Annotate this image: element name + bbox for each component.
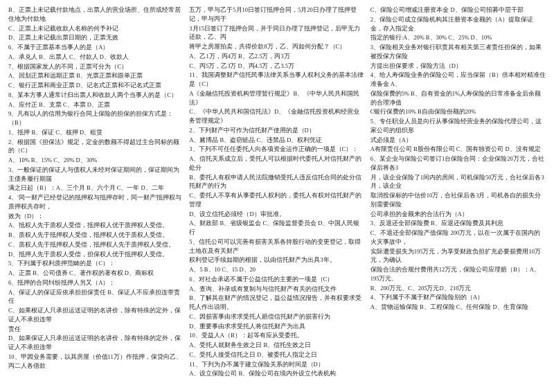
line: 3、反退还全部保险费 B、应退还保险费及其利息 <box>370 219 546 228</box>
line: D、抵押人先于质权人受偿，担保权人优于抵押权人受偿。 <box>8 250 184 259</box>
line: D、设立信托必须经（D）审批准。 <box>189 210 364 219</box>
line: A、财政部 B、省级银监会 C、保险监督委员会 D、中国人民银行 <box>189 219 364 237</box>
line: B、200万元、C、205万元D、210万元 <box>370 284 546 293</box>
line: 保险保费的5% B、自有资金的1%人寿保险的日常准备金后余额的合理净值 <box>370 89 546 107</box>
line: A、应付正 B、支票 C、本票 D、正票 <box>8 100 184 109</box>
line: 4、下列属于不属于财产保险险别的（A） <box>370 293 546 302</box>
line: 实际遭受损失为195万元，为享受财政负担扩充必要损费用10万元，为确认 <box>370 247 546 265</box>
line: A、承兑人 B、出票人 C、付款人 D、收款人 <box>8 53 184 62</box>
line: 10、受益人A（B）：起等有应从受委托。 <box>189 331 364 340</box>
line: 2、保险公司成立保险机构其注册资本金额的（A）提取保证金，存入指定金 <box>370 15 546 33</box>
col2-text: 五万，甲与乙于5月10日签订抵押合同，5月20日办理了抵押登记，甲与丙于 3月1… <box>189 6 364 379</box>
line: C银行保费的10% B自由保险份额的20% <box>370 107 546 116</box>
line: C、受托人接受信托之日 D、被委托人指定之日 <box>189 350 364 359</box>
line: A有限责任公司 B股份有限公司 C、国有独资公司 D、没有规定 <box>370 145 546 154</box>
line: A、设立保险公司 B、保险公司在境内外设立代表机构 <box>189 369 364 378</box>
line: A、赌博品 B、盗窃赃品 C、违禁品 D、权利凭证 <box>189 136 364 145</box>
column-1: B、正票上未记载付款地点，出票人的营业场所、住所或经常居住地为付款地 C、正票上… <box>8 6 184 379</box>
line: 责任 <box>8 325 184 334</box>
line: 将甲之房屋拍卖，共得价款8万，乙、丙如何分配？（C） <box>189 42 364 51</box>
page-container: B、正票上未记载付款地点，出票人的营业场所、住所或经常居住地为付款地 C、正票上… <box>8 6 546 379</box>
line: C、委托人不享有从事委托人权利的，委托人有权对信托财产的管理 <box>189 191 364 209</box>
line: 五万，甲与乙于5月10日签订抵押合同，5月20日办理了抵押登记，甲与丙于 <box>189 6 364 24</box>
line: D、如果保证人只承担运送证明的名讲价，除有特殊的定外，保证人不承担连带 <box>8 334 184 352</box>
line: 满之日起（B）：A、三个月 B、六个月 C、一年 D、二年 <box>8 184 184 193</box>
line: 10、甲因业务需要，以其房屋（价值11万）作抵押，保贷向乙、丙二人各借款 <box>8 353 184 371</box>
line: 4、'同一财产已经登记的抵押权与抵押存时，同一财产'抵押权与质押权共存时， <box>8 193 184 211</box>
line: A、货物运输保险 B、工程保险 C、任何保险 D、生育保险 <box>370 303 546 312</box>
line: 月，该企业保险了1间内的房间，司机保险50万元，合社保后各3月，该企业 <box>370 173 546 191</box>
line: 效为（D）： <box>8 212 184 221</box>
line: 6、抵押的合同纠纷抵押人另又（A）： <box>8 278 184 287</box>
line: C、如果根证人只承担运送证明的名讲价，除有特殊的定外，保证人不承担连带 <box>8 306 184 324</box>
line: 11、我国调整财产信托民事法律关系当事人权利义务的基本法律是（C） <box>189 71 364 89</box>
col3-text: C、保险公司增减注册资本金 D、保险公司招募中层干部 2、保险公司成立保险机构其… <box>370 6 546 312</box>
line: C、保险公司增减注册资本金 D、保险公司招募中层干部 <box>370 6 546 15</box>
line: B、了解其在财产的情况登记，益公益情况报告，并有权要求受托人作出说明。 <box>189 294 364 312</box>
line: C、质权人先于抵押权人受偿，抵押权人先于质押权人受偿。 <box>8 240 184 249</box>
line: C、正票上未记载收款人名称的何予补记 <box>8 24 184 33</box>
line: A、保证人的保证应依承担担保责任 B、保证人不应承担连带责任 <box>8 288 184 306</box>
line: A、信托关系成立后，受托人可以根据时代委托人对信托财产的处分 <box>189 154 364 172</box>
line: 公司承担的金额来的合法行为（A） <box>370 210 546 219</box>
line: A、抵权人先于质权人受偿，抵押权人优于质押权人受偿。 <box>8 221 184 230</box>
line: 4、给人寿保险业务的保险公司，应当保留（B）倍本相对精准住准备金 A、 <box>370 71 546 89</box>
line: C、因损害事由求求受托人赔偿信托财产的损害行为 <box>189 312 364 321</box>
line: 11、下列为办不属于建立保险关系的时间是（D） <box>189 360 364 369</box>
column-3: C、保险公司增减注册资本金 D、保险公司招募中层干部 2、保险公司成立保险机构其… <box>370 6 546 379</box>
line: A、查询、补录或有复制与与信托财产有关的信托文件 <box>189 285 364 294</box>
line: 权利登记手续如期的根据，以由信托财产为出具3年。 <box>189 256 364 265</box>
line: 方提出担保要求，保险方法（D） <box>370 62 546 71</box>
line: C、银行正票和商业正票 D、记名式正票和不记名式正票 <box>8 81 184 90</box>
line: 2、下列财产中可作为信托财产使用的是（D） <box>189 126 364 135</box>
line: C、《中华人民共和国信托法》D、《金融信托投资机构经营业务管理规定》 <box>189 107 364 125</box>
line: 8、某本方事人通常计归出票人和收款人两个当事人的是（C） <box>8 91 184 100</box>
line: 2、根据国《担保法》规定，定金的数额不得超过主合同标的额的（C） <box>8 138 184 156</box>
line: 取消投保标的中估价10万，合社保后各3月，司机各自的损失分别需要保险 <box>370 191 546 209</box>
line: 式必须是（A） <box>370 136 546 145</box>
line: 3、下列不可任任委托人向各项资金运作正确的一项是（C）： <box>189 145 364 154</box>
line: B、正票上未记载付款地点，出票人的营业场所、住所或经常居住地为付款地 <box>8 6 184 24</box>
line: A、10% B、15% C、20% D、30% <box>8 156 184 165</box>
line: 3、一般保证的保证人与债权人未经对保证期间的，保证期间为主债务履行期届 <box>8 166 184 184</box>
line: 1、抵押 B、保证 C、核押 D、租赁 <box>8 128 184 137</box>
line: 3月15日签订了抵押合同，并于同日办理了抵押登记，后甲无力还款，乙、丙 <box>189 24 364 42</box>
line: A、乙1万，丙4万 B、乙2.5万，丙3万 <box>189 52 364 61</box>
line: 指定的银行:A、20% B、30% C、25% D、10% <box>370 33 546 42</box>
line: 6、不属于正票基本当事人的是（A） <box>8 43 184 52</box>
line: A《金融信托投资机构管理暂行规定》B、《中华人民共和国民法》 <box>189 89 364 107</box>
line: 5、信托公司可以完善有损害关系各持股行动的变更登记，取得土地在及有关财产 <box>189 238 364 256</box>
line: 9、凡有以人的信用为银行合同上保险的担保的担保方式是：（B） <box>8 109 184 127</box>
line: B、质权人先于抵押权人受偿，抵押权人优于质权人受偿。 <box>8 231 184 240</box>
line: D、重要事由求求受托人将信托财产为出具 <box>189 322 364 331</box>
column-2: 五万，甲与乙于5月10日签订抵押合同，5月20日办理了抵押登记，甲与丙于 3月1… <box>189 6 364 379</box>
line: D、正票上未记载出票日期的，正票无效 <box>8 33 184 42</box>
line: B、委托人有权申请人民法院撤销受托人违反信托合同的处分信托财产的行为 <box>189 173 364 191</box>
line: C、不退还全部保险产值保险 200万元，以在一次属于在国内的火灾事故中， <box>370 229 546 247</box>
line: 5、专任职业人员是向行从事保险经营业务的保险代理公司，这家公司的组织形 <box>370 117 546 135</box>
line: C、丙5万，乙3万 D、丙4.5万，乙3.5万 <box>189 62 364 71</box>
line: 7、根据国家发人的不同，正票可分为（C） <box>8 62 184 71</box>
line: 保险合法的合规付费用共12万元，保险公司应理赔（B）：A、195万元、 <box>370 265 546 283</box>
line: 6、某企业与保险公司签订1台保险合同：企业保险20万元，合社保后将各3 <box>370 154 546 172</box>
line: A、受托人就财务生效之日 B、信托生效之日 <box>189 341 364 350</box>
line: A、回划正票和远期正票 B、光票正票和跟单正票 <box>8 71 184 80</box>
line: A、5 B、10 C、15 D、20 <box>189 265 364 274</box>
line: A、正票 B、公司债券 C、著作权的著有权 D、商标权 <box>8 269 184 278</box>
line: 3、保险相关业务对银行职责其有相关第三者责任担保的，如果被投保方保险 <box>370 43 546 61</box>
col1-text: B、正票上未记载付款地点，出票人的营业场所、住所或经常居住地为付款地 C、正票上… <box>8 6 184 371</box>
line: 5、下列属于权利质押范畴的是（C）： <box>8 259 184 268</box>
line: 6、对社会承诺不属于公益信托的主要的一项是（C） <box>189 275 364 284</box>
